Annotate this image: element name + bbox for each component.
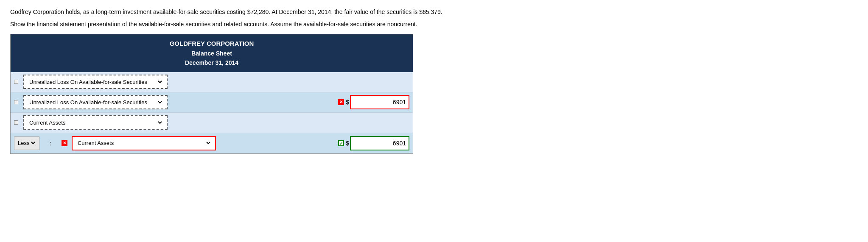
resize-handle-2[interactable] xyxy=(14,100,18,104)
error-icon-row2: ✕ xyxy=(338,99,344,105)
table-header: GOLDFREY CORPORATION Balance Sheet Decem… xyxy=(11,34,413,72)
check-icon-row4: ✓ xyxy=(338,140,344,146)
dollar-sign-row2: $ xyxy=(346,99,349,106)
account-select-row3[interactable]: Current Assets Unrealized Loss On Availa… xyxy=(28,119,163,126)
select-box-row4[interactable]: Current Assets Unrealized Loss On Availa… xyxy=(72,136,216,150)
page: Godfrey Corporation holds, as a long-ter… xyxy=(0,0,868,154)
corp-name: GOLDFREY CORPORATION xyxy=(14,39,409,49)
less-select-box[interactable]: Less Add xyxy=(14,136,39,150)
account-select-row2[interactable]: Unrealized Loss On Available-for-sale Se… xyxy=(28,99,163,106)
intro-line1: Godfrey Corporation holds, as a long-ter… xyxy=(10,8,858,17)
dollar-sign-row4: $ xyxy=(346,140,349,147)
table-row-3: Current Assets Unrealized Loss On Availa… xyxy=(11,113,413,133)
amount-input-row4[interactable] xyxy=(350,136,409,150)
table-date: December 31, 2014 xyxy=(14,58,409,67)
error-icon-row4: ✕ xyxy=(62,140,67,146)
colon: : xyxy=(50,140,51,147)
resize-handle-3[interactable] xyxy=(14,120,18,125)
amount-input-row2[interactable] xyxy=(350,95,409,109)
select-box-row2[interactable]: Unrealized Loss On Available-for-sale Se… xyxy=(23,95,168,109)
table-subtitle: Balance Sheet xyxy=(14,49,409,58)
intro-line2: Show the financial statement presentatio… xyxy=(10,20,858,29)
less-select[interactable]: Less Add xyxy=(16,139,36,147)
table-row-1: Unrealized Loss On Available-for-sale Se… xyxy=(11,72,413,92)
resize-handle-1[interactable] xyxy=(14,80,18,84)
select-box-row3[interactable]: Current Assets Unrealized Loss On Availa… xyxy=(23,115,168,130)
table-row-2: Unrealized Loss On Available-for-sale Se… xyxy=(11,92,413,113)
table-row-4: Less Add : ✕ Current Assets Unrealized L… xyxy=(11,133,413,153)
amount-cell-row2: ✕ $ xyxy=(338,95,409,109)
select-box-row1[interactable]: Unrealized Loss On Available-for-sale Se… xyxy=(23,75,168,89)
balance-sheet-table: GOLDFREY CORPORATION Balance Sheet Decem… xyxy=(10,34,413,154)
account-select-row1[interactable]: Unrealized Loss On Available-for-sale Se… xyxy=(28,78,163,86)
account-select-row4[interactable]: Current Assets Unrealized Loss On Availa… xyxy=(76,139,212,147)
amount-cell-row4: ✓ $ xyxy=(338,136,409,150)
